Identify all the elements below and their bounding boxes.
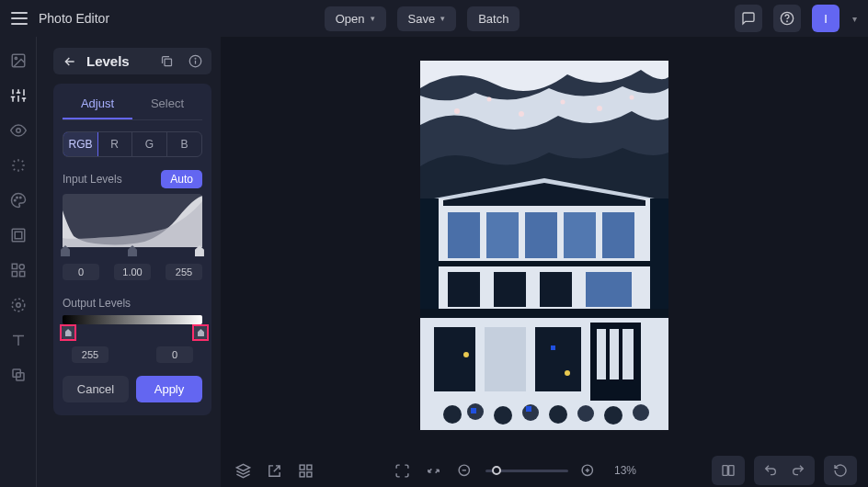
svg-point-71 (565, 370, 570, 376)
input-mid-handle[interactable] (128, 245, 137, 256)
cancel-button[interactable]: Cancel (63, 376, 129, 402)
svg-rect-54 (535, 327, 581, 391)
tool-retouch-icon[interactable] (9, 296, 28, 314)
back-icon[interactable] (63, 54, 77, 69)
svg-marker-72 (236, 464, 249, 470)
tool-adjust-icon[interactable] (9, 86, 28, 105)
fullscreen-icon[interactable] (392, 459, 414, 481)
tool-frame-icon[interactable] (9, 226, 28, 244)
svg-point-66 (633, 404, 649, 421)
fit-icon[interactable] (423, 459, 445, 481)
app-title: Photo Editor (39, 11, 109, 26)
output-slider[interactable] (63, 326, 202, 341)
duplicate-icon[interactable] (160, 54, 174, 68)
svg-point-14 (14, 199, 16, 201)
svg-rect-41 (486, 212, 519, 258)
svg-rect-83 (729, 466, 734, 476)
svg-rect-40 (448, 212, 480, 258)
svg-point-70 (463, 352, 469, 357)
svg-rect-82 (723, 466, 727, 476)
svg-point-38 (630, 96, 634, 100)
zoom-slider[interactable] (485, 470, 568, 472)
tool-image-icon[interactable] (9, 51, 28, 70)
input-black-value[interactable]: 0 (63, 264, 99, 280)
tool-elements-icon[interactable] (9, 261, 28, 279)
channel-g[interactable]: G (132, 132, 167, 156)
input-black-handle[interactable] (61, 245, 70, 256)
tab-select[interactable]: Select (132, 93, 202, 119)
open-button[interactable]: Open▾ (325, 6, 386, 31)
undo-icon[interactable] (760, 459, 782, 481)
zoom-out-icon[interactable] (454, 459, 476, 481)
output-right-handle[interactable] (194, 326, 207, 339)
svg-rect-57 (610, 329, 619, 379)
svg-rect-67 (471, 408, 476, 413)
svg-rect-21 (12, 272, 17, 277)
svg-rect-42 (525, 212, 557, 258)
tool-sparkle-icon[interactable] (9, 156, 28, 175)
svg-point-35 (519, 111, 524, 117)
external-icon[interactable] (263, 459, 285, 481)
histogram (63, 194, 202, 247)
svg-point-13 (16, 129, 20, 133)
info-icon[interactable] (188, 54, 202, 68)
svg-rect-49 (586, 272, 632, 307)
svg-rect-68 (526, 406, 531, 412)
svg-point-16 (19, 197, 21, 198)
save-button[interactable]: Save▾ (397, 6, 457, 31)
output-left-handle[interactable] (62, 326, 74, 339)
output-left-value[interactable]: 255 (72, 346, 108, 363)
redo-icon[interactable] (787, 459, 809, 481)
svg-point-24 (16, 303, 20, 308)
channel-b[interactable]: B (167, 132, 201, 156)
menu-icon[interactable] (11, 12, 28, 25)
svg-rect-74 (306, 465, 311, 470)
apply-button[interactable]: Apply (136, 376, 202, 402)
zoom-thumb[interactable] (492, 466, 501, 475)
svg-point-37 (597, 106, 602, 111)
auto-button[interactable]: Auto (161, 170, 202, 188)
svg-point-65 (604, 406, 622, 425)
help-icon[interactable] (773, 5, 801, 32)
layers-icon[interactable] (232, 459, 254, 481)
svg-rect-52 (434, 327, 475, 391)
channel-r[interactable]: R (97, 132, 132, 156)
batch-button[interactable]: Batch (467, 6, 520, 31)
svg-rect-53 (485, 327, 526, 391)
svg-rect-18 (15, 232, 22, 239)
tool-palette-icon[interactable] (9, 191, 28, 210)
svg-rect-47 (494, 272, 526, 307)
svg-rect-58 (622, 329, 634, 379)
svg-point-64 (577, 405, 594, 422)
svg-rect-27 (165, 59, 172, 66)
input-mid-value[interactable]: 1.00 (114, 264, 151, 280)
zoom-in-icon[interactable] (577, 459, 600, 481)
avatar[interactable]: I (812, 5, 839, 32)
svg-point-36 (561, 100, 565, 105)
svg-rect-46 (448, 272, 480, 307)
channel-rgb[interactable]: RGB (63, 131, 98, 157)
svg-point-34 (487, 97, 492, 102)
comment-icon[interactable] (735, 5, 762, 32)
tool-eye-icon[interactable] (9, 121, 28, 140)
grid-icon[interactable] (294, 459, 316, 481)
user-menu-chevron[interactable]: ▾ (852, 14, 857, 24)
output-right-value[interactable]: 0 (156, 346, 193, 363)
input-white-value[interactable]: 255 (166, 264, 202, 280)
compare-icon[interactable] (717, 459, 739, 481)
canvas-image[interactable] (420, 61, 668, 430)
svg-point-61 (494, 406, 512, 425)
tab-adjust[interactable]: Adjust (63, 93, 132, 119)
svg-rect-73 (300, 465, 304, 470)
output-levels-label: Output Levels (63, 297, 202, 310)
input-levels-label: Input Levels (63, 173, 122, 186)
tool-text-icon[interactable] (9, 331, 28, 349)
input-white-handle[interactable] (195, 245, 204, 256)
svg-rect-48 (540, 272, 572, 307)
input-slider[interactable] (63, 247, 202, 256)
tool-copy-icon[interactable] (9, 366, 28, 384)
svg-point-63 (549, 405, 567, 424)
revert-icon[interactable] (829, 459, 851, 481)
svg-rect-51 (420, 309, 668, 318)
svg-point-30 (195, 58, 196, 59)
